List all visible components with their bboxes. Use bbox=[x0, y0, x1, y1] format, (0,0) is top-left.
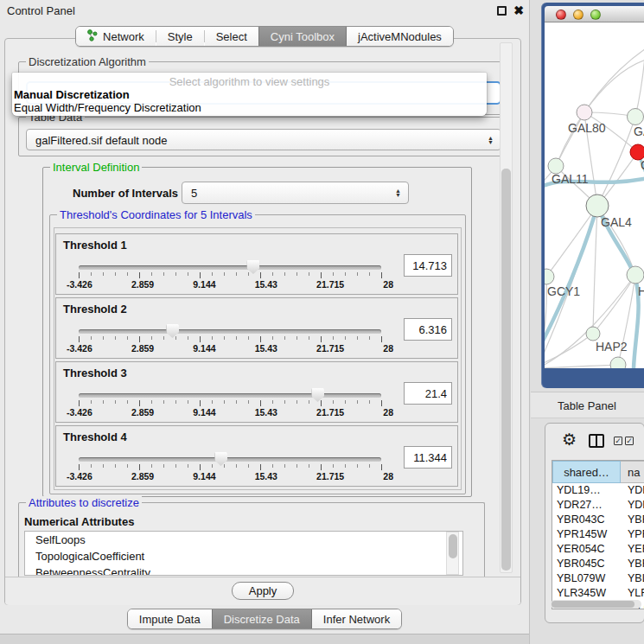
tick-label: -3.426 bbox=[67, 279, 92, 290]
cell-shared-name[interactable]: YPR145W bbox=[552, 527, 621, 542]
number-of-intervals-combobox[interactable]: 5 ▲▼ bbox=[182, 182, 409, 204]
list-item[interactable]: BetweennessCentrality bbox=[25, 564, 462, 576]
node-h[interactable] bbox=[627, 266, 644, 284]
group-label: Threshold's Coordinates for 5 Intervals bbox=[57, 208, 255, 221]
node-bottom[interactable] bbox=[610, 357, 626, 368]
table-row[interactable]: YPR145W YPR1 bbox=[552, 527, 644, 542]
dropdown-option-equal-width[interactable]: Equal Width/Frequency Discretization bbox=[12, 101, 487, 114]
scrollbar-thumb[interactable] bbox=[449, 534, 457, 558]
table-data-combobox[interactable]: galFiltered.sif default node ▲▼ bbox=[26, 129, 501, 150]
tab-network[interactable]: Network bbox=[76, 27, 156, 46]
threshold-1-value-field[interactable] bbox=[404, 254, 452, 277]
network-window-titlebar[interactable] bbox=[545, 6, 644, 22]
table-row[interactable]: YBR045C YBR0 bbox=[552, 557, 644, 571]
close-icon[interactable]: ✖ bbox=[513, 3, 524, 17]
list-item[interactable]: SelfLoops bbox=[25, 532, 462, 548]
tick-label: -3.426 bbox=[67, 407, 92, 418]
cell-name[interactable]: YBR0 bbox=[621, 557, 644, 571]
cell-shared-name[interactable]: YBR045C bbox=[552, 557, 621, 571]
cell-name[interactable]: YBR0 bbox=[621, 513, 644, 527]
node-gal4[interactable] bbox=[586, 194, 609, 217]
node-top-right[interactable] bbox=[628, 109, 644, 125]
threshold-label: Threshold 3 bbox=[63, 367, 127, 379]
cell-shared-name[interactable]: YDL19… bbox=[552, 483, 621, 498]
tick-label: 28 bbox=[383, 279, 393, 290]
checkbox-icon[interactable]: ✓ bbox=[614, 437, 622, 445]
cell-name[interactable]: YPR1 bbox=[621, 527, 644, 542]
table-horizontal-scrollbar[interactable] bbox=[551, 600, 641, 609]
apply-button[interactable]: Apply bbox=[232, 582, 294, 600]
node-label-c: C bbox=[641, 158, 644, 172]
threshold-4-slider[interactable] bbox=[79, 457, 381, 462]
threshold-2-slider[interactable] bbox=[79, 329, 381, 334]
cell-shared-name[interactable]: YBL079W bbox=[552, 571, 621, 586]
spinner-arrows-icon: ▲▼ bbox=[488, 136, 494, 144]
table-row[interactable]: YDL19… YDL1 bbox=[552, 483, 644, 498]
minimize-window-icon[interactable] bbox=[573, 10, 583, 20]
tab-style[interactable]: Style bbox=[156, 27, 204, 46]
tick-label: -3.426 bbox=[67, 471, 92, 481]
cell-name[interactable]: YLR3 bbox=[621, 586, 644, 601]
scrollbar-thumb[interactable] bbox=[552, 601, 634, 608]
attributes-scrollbar[interactable] bbox=[446, 532, 459, 575]
tick-label: 15.43 bbox=[255, 471, 277, 481]
tick-label: 15.43 bbox=[255, 279, 277, 290]
table-panel-title: Table Panel bbox=[558, 399, 616, 412]
cell-shared-name[interactable]: YER054C bbox=[552, 542, 621, 557]
tab-cyni-toolbox[interactable]: Cyni Toolbox bbox=[258, 27, 347, 46]
threshold-3-slider[interactable] bbox=[79, 393, 381, 398]
split-columns-icon[interactable] bbox=[589, 434, 604, 448]
tab-discretize-data[interactable]: Discretize Data bbox=[212, 609, 312, 628]
node-gcy1[interactable] bbox=[545, 269, 554, 284]
cell-name[interactable]: YDL1 bbox=[621, 483, 644, 498]
threshold-1-slider[interactable] bbox=[79, 265, 381, 270]
table-row[interactable]: YER054C YER0 bbox=[552, 542, 644, 557]
cell-name[interactable]: YBL0 bbox=[621, 571, 644, 586]
gear-icon[interactable]: ⚙ bbox=[562, 430, 577, 450]
tab-jactivemnodules[interactable]: jActiveMNodules bbox=[347, 27, 453, 46]
cell-shared-name[interactable]: YLR345W bbox=[552, 586, 621, 601]
scrollbar-thumb[interactable] bbox=[501, 169, 511, 571]
top-tabbar: Network Style Select Cyni Toolbox jActiv… bbox=[75, 26, 454, 47]
checkbox-icon[interactable]: ✓ bbox=[625, 437, 634, 445]
threshold-2-value-field[interactable] bbox=[404, 318, 452, 341]
slider-ticks-major bbox=[79, 272, 382, 278]
zoom-window-icon[interactable] bbox=[590, 10, 601, 20]
threshold-3-value-field[interactable] bbox=[404, 382, 452, 405]
tick-label: 9.144 bbox=[193, 279, 215, 290]
panel-title: Control Panel bbox=[7, 4, 75, 17]
node-gal80[interactable] bbox=[577, 105, 592, 120]
cell-shared-name[interactable]: YBR043C bbox=[552, 513, 621, 527]
apply-strip: Apply bbox=[5, 577, 520, 605]
dropdown-option-manual[interactable]: Manual Discretization bbox=[12, 88, 487, 101]
cell-shared-name[interactable]: YDR27… bbox=[552, 498, 621, 513]
column-header-name[interactable]: na bbox=[621, 461, 644, 483]
tab-jactivemnodules-label: jActiveMNodules bbox=[358, 30, 442, 43]
list-item[interactable]: TopologicalCoefficient bbox=[25, 548, 462, 564]
column-header-shared-name[interactable]: shared… bbox=[552, 461, 621, 483]
slider-tick-labels: -3.4262.8599.14415.4321.71528 bbox=[67, 471, 393, 481]
tab-network-label: Network bbox=[103, 30, 144, 43]
thresholds-group: Threshold's Coordinates for 5 Intervals … bbox=[49, 214, 466, 494]
panel-scrollbar[interactable] bbox=[500, 42, 513, 573]
tab-impute-data-label: Impute Data bbox=[139, 613, 201, 626]
close-window-icon[interactable] bbox=[556, 10, 566, 20]
tab-infer-network[interactable]: Infer Network bbox=[312, 609, 401, 628]
cell-name[interactable]: YDR2 bbox=[621, 498, 644, 513]
table-row[interactable]: YLR345W YLR3 bbox=[552, 586, 644, 601]
tab-impute-data[interactable]: Impute Data bbox=[128, 609, 212, 628]
threshold-4-value-field[interactable] bbox=[404, 446, 452, 469]
float-window-icon[interactable] bbox=[497, 6, 507, 16]
threshold-label: Threshold 2 bbox=[63, 303, 127, 316]
group-label: Interval Definition bbox=[50, 161, 142, 174]
table-header-row: shared… na bbox=[552, 461, 644, 483]
cell-name[interactable]: YER0 bbox=[621, 542, 644, 557]
tab-select[interactable]: Select bbox=[205, 27, 258, 46]
table-row[interactable]: YBL079W YBL0 bbox=[552, 571, 644, 586]
table-row[interactable]: YBR043C YBR0 bbox=[552, 513, 644, 527]
network-canvas[interactable]: GAL80 GA C GAL11 GAL4 GCY1 H HAP2 bbox=[545, 22, 644, 368]
node-hap2[interactable] bbox=[586, 327, 600, 341]
numerical-attributes-list[interactable]: SelfLoopsTopologicalCoefficientBetweenne… bbox=[24, 531, 463, 576]
table-row[interactable]: YDR27… YDR2 bbox=[552, 498, 644, 513]
tick-label: 2.859 bbox=[131, 279, 154, 290]
